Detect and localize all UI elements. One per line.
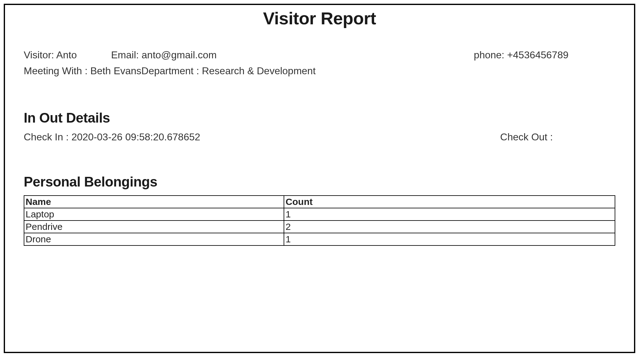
- phone-label: phone:: [474, 49, 507, 61]
- table-header-count: Count: [284, 196, 615, 208]
- visitor-info-row-2: Meeting With : Beth Evans Department : R…: [24, 63, 615, 79]
- meeting-with-value: Beth Evans: [90, 65, 141, 76]
- check-in-label: Check In :: [24, 131, 71, 143]
- belongings-heading: Personal Belongings: [24, 174, 615, 190]
- in-out-details-block: In Out Details Check In : 2020-03-26 09:…: [24, 110, 615, 143]
- belonging-count: 1: [284, 233, 615, 245]
- check-out-field: Check Out :: [500, 131, 615, 143]
- department-label: Department :: [141, 65, 202, 76]
- meeting-with-label: Meeting With :: [24, 65, 90, 76]
- department-field: Department : Research & Development: [141, 63, 315, 79]
- in-out-heading: In Out Details: [24, 110, 615, 126]
- report-frame: Visitor Report Visitor: Anto Email: anto…: [4, 4, 635, 353]
- visitor-field: Visitor: Anto: [24, 47, 111, 63]
- meeting-with-field: Meeting With : Beth Evans: [24, 63, 141, 79]
- check-in-field: Check In : 2020-03-26 09:58:20.678652: [24, 131, 500, 143]
- visitor-label: Visitor:: [24, 49, 56, 61]
- belonging-name: Drone: [24, 233, 284, 245]
- phone-field: phone: +4536456789: [474, 47, 615, 63]
- belongings-table: Name Count Laptop 1 Pendrive 2 Drone 1: [24, 195, 615, 246]
- visitor-info-block: Visitor: Anto Email: anto@gmail.com phon…: [24, 47, 615, 79]
- table-row: Drone 1: [24, 233, 615, 245]
- belonging-count: 1: [284, 208, 615, 221]
- table-header-name: Name: [24, 196, 284, 208]
- visitor-value: Anto: [56, 49, 77, 61]
- belonging-name: Laptop: [24, 208, 284, 221]
- personal-belongings-block: Personal Belongings Name Count Laptop 1 …: [24, 174, 615, 246]
- visitor-info-row-1: Visitor: Anto Email: anto@gmail.com phon…: [24, 47, 615, 63]
- in-out-row: Check In : 2020-03-26 09:58:20.678652 Ch…: [24, 131, 615, 143]
- page-title: Visitor Report: [24, 5, 615, 47]
- email-label: Email:: [111, 49, 142, 61]
- table-row: Pendrive 2: [24, 221, 615, 233]
- department-value: Research & Development: [202, 65, 316, 76]
- table-row: Laptop 1: [24, 208, 615, 221]
- table-header-row: Name Count: [24, 196, 615, 208]
- email-field: Email: anto@gmail.com: [111, 47, 308, 63]
- belonging-name: Pendrive: [24, 221, 284, 233]
- check-in-value: 2020-03-26 09:58:20.678652: [71, 131, 200, 143]
- check-out-label: Check Out :: [500, 131, 553, 143]
- phone-value: +4536456789: [507, 49, 568, 61]
- email-value: anto@gmail.com: [142, 49, 217, 61]
- belonging-count: 2: [284, 221, 615, 233]
